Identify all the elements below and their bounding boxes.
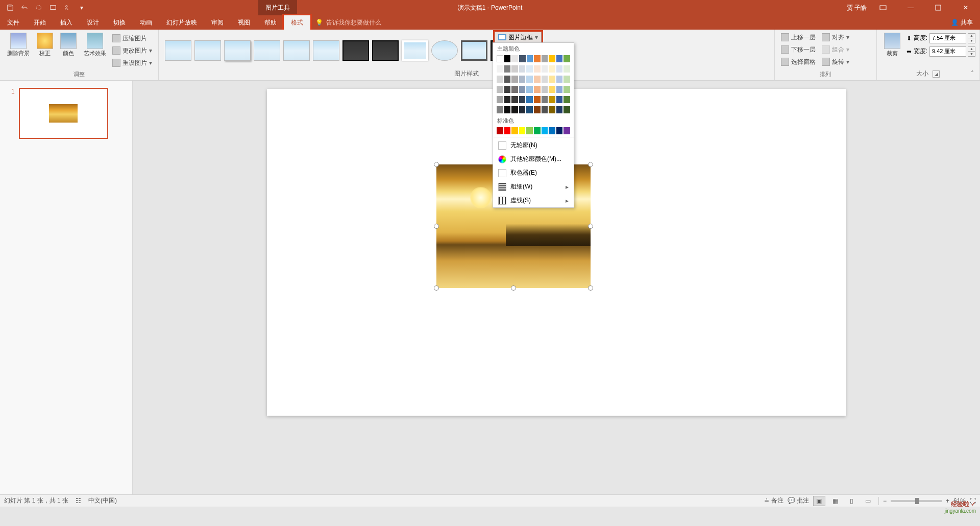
color-swatch[interactable]	[549, 55, 555, 62]
color-swatch[interactable]	[542, 106, 548, 113]
color-swatch[interactable]	[556, 106, 563, 113]
color-swatch[interactable]	[564, 106, 570, 113]
color-swatch[interactable]	[519, 96, 526, 103]
color-swatch[interactable]	[556, 76, 563, 83]
remove-background-button[interactable]: 删除背景	[4, 32, 33, 58]
color-swatch[interactable]	[504, 76, 511, 83]
color-button[interactable]: 颜色	[57, 32, 80, 58]
close-button[interactable]: ✕	[954, 0, 977, 15]
color-swatch[interactable]	[519, 76, 526, 83]
redo-button[interactable]	[33, 2, 45, 14]
color-swatch[interactable]	[564, 86, 570, 93]
user-name[interactable]: 贾 子皓	[847, 4, 867, 12]
dashes-item[interactable]: 虚线(S)▸	[493, 194, 574, 207]
corrections-button[interactable]: 校正	[34, 32, 56, 58]
slide-thumbnail[interactable]	[19, 88, 108, 139]
resize-handle-l[interactable]	[434, 224, 439, 229]
color-swatch[interactable]	[542, 127, 548, 134]
tab-slideshow[interactable]: 幻灯片放映	[159, 15, 204, 30]
collapse-ribbon-button[interactable]: ˄	[968, 69, 977, 78]
style-thumb[interactable]	[165, 40, 191, 61]
color-swatch[interactable]	[511, 65, 518, 73]
weight-item[interactable]: 粗细(W)▸	[493, 180, 574, 194]
color-swatch[interactable]	[549, 76, 555, 83]
resize-handle-b[interactable]	[511, 285, 516, 291]
color-swatch[interactable]	[542, 76, 548, 83]
color-swatch[interactable]	[564, 127, 570, 134]
resize-handle-tl[interactable]	[434, 162, 439, 167]
resize-handle-bl[interactable]	[434, 285, 439, 291]
color-swatch[interactable]	[526, 76, 533, 83]
width-spinner[interactable]: ▲▼	[968, 46, 975, 57]
selection-pane-button[interactable]: 选择窗格	[779, 56, 818, 67]
artistic-effects-button[interactable]: 艺术效果	[81, 32, 109, 58]
ribbon-display-button[interactable]	[872, 0, 894, 15]
eyedropper-item[interactable]: 取色器(E)	[493, 166, 574, 180]
style-thumb[interactable]	[283, 40, 310, 61]
color-swatch[interactable]	[564, 76, 570, 83]
tab-format[interactable]: 格式	[284, 15, 310, 30]
color-swatch[interactable]	[556, 65, 563, 73]
style-thumb[interactable]	[342, 40, 369, 61]
color-swatch[interactable]	[519, 86, 526, 93]
color-swatch[interactable]	[504, 55, 511, 62]
color-swatch[interactable]	[526, 106, 533, 113]
color-swatch[interactable]	[534, 127, 541, 134]
maximize-button[interactable]	[927, 0, 949, 15]
color-swatch[interactable]	[519, 55, 526, 62]
color-swatch[interactable]	[511, 127, 518, 134]
color-swatch[interactable]	[556, 96, 563, 103]
style-thumb[interactable]	[431, 40, 458, 61]
tell-me-search[interactable]: 💡 告诉我你想要做什么	[310, 15, 381, 30]
comments-button[interactable]: 💬 批注	[788, 496, 809, 505]
color-swatch[interactable]	[526, 127, 533, 134]
style-thumb[interactable]	[461, 40, 487, 61]
more-colors-item[interactable]: 其他轮廓颜色(M)...	[493, 152, 574, 166]
color-swatch[interactable]	[549, 86, 555, 93]
color-swatch[interactable]	[549, 127, 555, 134]
color-swatch[interactable]	[519, 65, 526, 73]
style-thumb[interactable]	[402, 40, 428, 61]
tab-insert[interactable]: 插入	[53, 15, 80, 30]
height-spinner[interactable]: ▲▼	[968, 33, 975, 43]
save-button[interactable]	[4, 2, 16, 14]
group-button[interactable]: 组合▾	[820, 44, 851, 55]
color-swatch[interactable]	[511, 55, 518, 62]
color-swatch[interactable]	[542, 86, 548, 93]
color-swatch[interactable]	[534, 76, 541, 83]
normal-view-button[interactable]: ▣	[813, 496, 825, 506]
color-swatch[interactable]	[564, 96, 570, 103]
minimize-button[interactable]: —	[899, 0, 922, 15]
color-swatch[interactable]	[497, 86, 503, 93]
color-swatch[interactable]	[556, 55, 563, 62]
tab-design[interactable]: 设计	[80, 15, 106, 30]
tab-view[interactable]: 视图	[231, 15, 257, 30]
bring-forward-button[interactable]: 上移一层	[779, 32, 818, 43]
picture-styles-gallery[interactable]: ▴▾▿	[163, 32, 770, 69]
color-swatch[interactable]	[497, 76, 503, 83]
rotate-button[interactable]: 旋转▾	[820, 56, 851, 67]
color-swatch[interactable]	[497, 127, 503, 134]
color-swatch[interactable]	[519, 106, 526, 113]
color-swatch[interactable]	[526, 96, 533, 103]
color-swatch[interactable]	[564, 55, 570, 62]
tab-animation[interactable]: 动画	[133, 15, 159, 30]
share-button[interactable]: 👤 共享	[944, 15, 980, 30]
crop-button[interactable]: 裁剪	[881, 32, 903, 58]
color-swatch[interactable]	[534, 86, 541, 93]
color-swatch[interactable]	[542, 96, 548, 103]
color-swatch[interactable]	[519, 127, 526, 134]
reset-picture-button[interactable]: 重设图片▾	[110, 57, 154, 68]
color-swatch[interactable]	[504, 127, 511, 134]
resize-handle-tr[interactable]	[588, 162, 593, 167]
color-swatch[interactable]	[564, 65, 570, 73]
notes-button[interactable]: ≐ 备注	[764, 496, 783, 505]
style-thumb[interactable]	[313, 40, 339, 61]
color-swatch[interactable]	[549, 96, 555, 103]
resize-handle-r[interactable]	[588, 224, 593, 229]
color-swatch[interactable]	[511, 96, 518, 103]
color-swatch[interactable]	[534, 96, 541, 103]
color-swatch[interactable]	[497, 65, 503, 73]
style-thumb[interactable]	[372, 40, 399, 61]
accessibility-icon[interactable]: ☷	[76, 497, 81, 505]
